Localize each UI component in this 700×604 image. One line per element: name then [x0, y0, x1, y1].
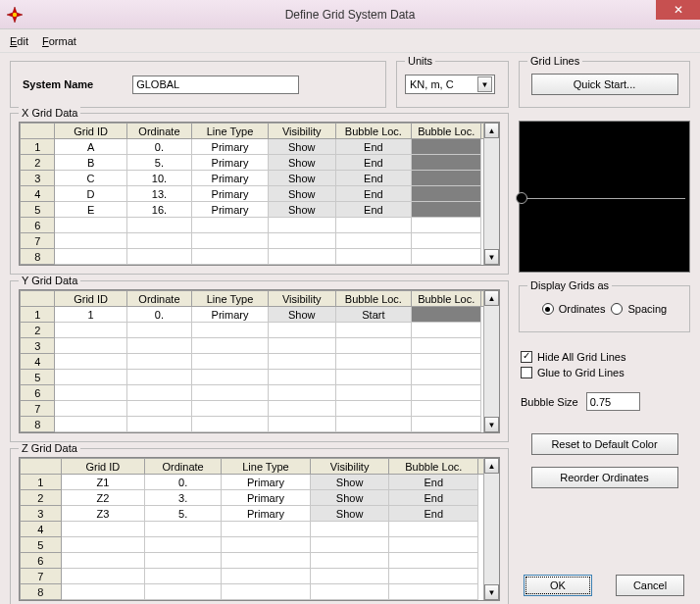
table-row[interactable]: 2 — [21, 323, 499, 338]
preview-line — [524, 198, 685, 199]
units-fieldset: Units KN, m, C ▼ — [396, 61, 509, 108]
x-grid-legend: X Grid Data — [19, 107, 80, 119]
scroll-up-icon[interactable]: ▲ — [484, 123, 499, 138]
radio-icon — [611, 303, 623, 315]
table-row[interactable]: 4 — [21, 522, 499, 537]
checkbox-icon — [521, 351, 532, 363]
table-row[interactable]: 6 — [21, 385, 499, 401]
table-row[interactable]: 3Z35.PrimaryShowEnd — [21, 506, 499, 522]
glue-to-label: Glue to Grid Lines — [537, 367, 625, 378]
scroll-down-icon[interactable]: ▼ — [484, 249, 499, 265]
gridlines-legend: Grid Lines — [527, 55, 582, 67]
radio-ordinates[interactable]: Ordinates — [542, 303, 606, 315]
reorder-ordinates-button[interactable]: Reorder Ordinates — [531, 467, 678, 488]
grid-preview — [519, 121, 690, 273]
gridlines-fieldset: Grid Lines Quick Start... — [519, 61, 690, 108]
glue-to-gridlines-checkbox[interactable]: Glue to Grid Lines — [521, 367, 688, 378]
y-grid-scrollbar[interactable]: ▲ ▼ — [483, 290, 499, 432]
bubble-size-label: Bubble Size — [521, 396, 578, 408]
table-row[interactable]: 2B5.PrimaryShowEnd — [21, 155, 499, 171]
table-row[interactable]: 1Z10.PrimaryShowEnd — [21, 475, 499, 490]
table-row[interactable]: 8 — [21, 249, 499, 265]
table-row[interactable]: 8 — [21, 584, 499, 600]
app-icon — [7, 7, 23, 23]
table-row[interactable]: 5 — [21, 370, 499, 385]
table-row[interactable]: 110.PrimaryShowStart — [21, 307, 499, 323]
system-name-input[interactable] — [132, 76, 299, 94]
display-as-fieldset: Display Grids as Ordinates Spacing — [519, 285, 690, 332]
menu-edit[interactable]: Edit — [10, 35, 28, 47]
ok-button[interactable]: OK — [524, 575, 592, 596]
x-grid-scrollbar[interactable]: ▲ ▼ — [483, 123, 499, 265]
radio-ordinates-label: Ordinates — [559, 303, 606, 315]
quick-start-button[interactable]: Quick Start... — [531, 74, 678, 95]
checkbox-icon — [521, 367, 532, 378]
scroll-down-icon[interactable]: ▼ — [484, 584, 499, 600]
hide-all-gridlines-checkbox[interactable]: Hide All Grid Lines — [521, 351, 688, 363]
table-row[interactable]: 6 — [21, 218, 499, 233]
system-name-label: System Name — [23, 78, 93, 90]
radio-icon — [542, 303, 554, 315]
table-row[interactable]: 7 — [21, 569, 499, 584]
table-row[interactable]: 2Z23.PrimaryShowEnd — [21, 490, 499, 506]
table-row[interactable]: 7 — [21, 233, 499, 249]
y-grid-table[interactable]: Grid IDOrdinateLine TypeVisibilityBubble… — [20, 290, 499, 432]
preview-bubble-icon — [516, 192, 527, 204]
table-row[interactable]: 4 — [21, 354, 499, 370]
table-row[interactable]: 4D13.PrimaryShowEnd — [21, 186, 499, 202]
z-grid-table[interactable]: Grid IDOrdinateLine TypeVisibilityBubble… — [20, 458, 499, 600]
z-grid-fieldset: Z Grid Data Grid IDOrdinateLine TypeVisi… — [10, 448, 509, 604]
y-grid-table-wrap: Grid IDOrdinateLine TypeVisibilityBubble… — [19, 289, 500, 433]
svg-point-1 — [13, 12, 17, 16]
table-row[interactable]: 7 — [21, 401, 499, 417]
scroll-up-icon[interactable]: ▲ — [484, 458, 499, 474]
menubar: Edit Format — [0, 29, 700, 53]
x-grid-fieldset: X Grid Data Grid IDOrdinateLine TypeVisi… — [10, 113, 509, 275]
table-row[interactable]: 8 — [21, 417, 499, 432]
system-name-row: System Name — [10, 61, 386, 108]
units-select[interactable]: KN, m, C ▼ — [405, 75, 495, 94]
bubble-size-input[interactable] — [586, 392, 640, 411]
window-title: Define Grid System Data — [285, 8, 416, 22]
table-row[interactable]: 3C10.PrimaryShowEnd — [21, 171, 499, 186]
close-button[interactable]: ✕ — [656, 0, 700, 20]
z-grid-table-wrap: Grid IDOrdinateLine TypeVisibilityBubble… — [19, 457, 500, 601]
table-row[interactable]: 5E16.PrimaryShowEnd — [21, 202, 499, 218]
table-row[interactable]: 6 — [21, 553, 499, 569]
z-grid-scrollbar[interactable]: ▲ ▼ — [483, 458, 499, 600]
hide-all-label: Hide All Grid Lines — [537, 351, 626, 363]
units-legend: Units — [405, 55, 435, 67]
titlebar: Define Grid System Data ✕ — [0, 0, 700, 29]
table-row[interactable]: 1A0.PrimaryShowEnd — [21, 139, 499, 155]
cancel-button[interactable]: Cancel — [616, 575, 684, 596]
x-grid-table-wrap: Grid IDOrdinateLine TypeVisibilityBubble… — [19, 122, 500, 266]
display-as-legend: Display Grids as — [527, 279, 612, 291]
radio-spacing-label: Spacing — [627, 303, 667, 315]
units-value: KN, m, C — [410, 78, 454, 90]
scroll-up-icon[interactable]: ▲ — [484, 290, 499, 306]
radio-spacing[interactable]: Spacing — [611, 303, 667, 315]
reset-color-button[interactable]: Reset to Default Color — [531, 433, 678, 455]
y-grid-fieldset: Y Grid Data Grid IDOrdinateLine TypeVisi… — [10, 280, 509, 442]
table-row[interactable]: 5 — [21, 537, 499, 553]
y-grid-legend: Y Grid Data — [19, 275, 80, 286]
x-grid-table[interactable]: Grid IDOrdinateLine TypeVisibilityBubble… — [20, 123, 499, 265]
table-row[interactable]: 3 — [21, 338, 499, 354]
z-grid-legend: Z Grid Data — [19, 442, 80, 454]
scroll-down-icon[interactable]: ▼ — [484, 417, 499, 432]
menu-format[interactable]: Format — [42, 35, 76, 47]
dropdown-arrow-icon: ▼ — [477, 76, 492, 92]
